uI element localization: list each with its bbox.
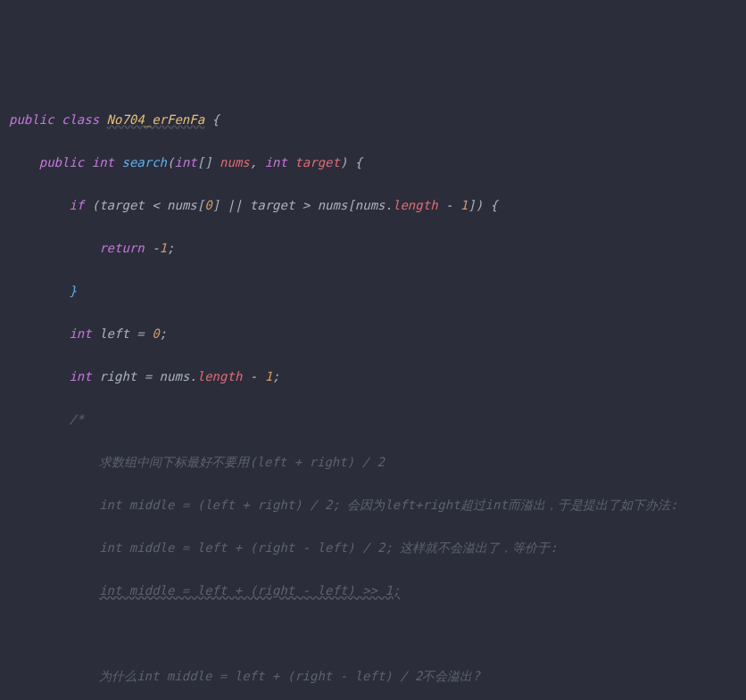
punct: ( xyxy=(92,198,99,212)
param: target xyxy=(294,155,340,169)
op: < xyxy=(145,198,167,212)
type: int xyxy=(265,155,295,169)
number: 0 xyxy=(204,198,211,212)
punct: ; xyxy=(167,241,174,255)
punct: . xyxy=(385,198,393,212)
var: nums xyxy=(160,369,190,383)
var: target xyxy=(250,198,295,212)
property: length xyxy=(393,198,438,212)
bracket: [ xyxy=(347,198,354,212)
type: int xyxy=(69,369,99,383)
comment: int middle = left + (right - left) >> 1; xyxy=(99,583,400,597)
keyword: public xyxy=(39,155,92,169)
code-line[interactable]: 求数组中间下标最好不要用(left + right) / 2 xyxy=(9,451,746,473)
punct: . xyxy=(189,369,196,383)
method-name: search xyxy=(121,155,167,169)
var: nums xyxy=(318,198,348,212)
brace: { xyxy=(204,112,220,127)
number: 0 xyxy=(152,326,159,341)
op: - xyxy=(152,241,159,255)
keyword: return xyxy=(99,241,152,255)
comment: 为什么int middle = left + (right - left) / … xyxy=(99,669,480,683)
keyword: if xyxy=(69,198,91,212)
code-line[interactable]: int middle = left + (right - left) / 2; … xyxy=(9,537,746,558)
op: = xyxy=(129,326,152,341)
punct: ; xyxy=(160,326,167,341)
var: left xyxy=(99,326,129,341)
code-line[interactable]: 为什么int middle = left + (right - left) / … xyxy=(9,665,746,687)
op: > xyxy=(294,198,317,212)
bracket: [ xyxy=(197,198,204,212)
punct: ] || xyxy=(212,198,250,212)
var: target xyxy=(99,198,145,212)
code-editor[interactable]: public class No704_erFenFa { public int … xyxy=(0,86,746,700)
var: nums xyxy=(355,198,385,212)
code-line[interactable]: public int search(int[] nums, int target… xyxy=(9,152,746,173)
code-line[interactable]: /* xyxy=(9,408,746,430)
type: int xyxy=(69,326,99,341)
var: right xyxy=(99,369,137,383)
property: length xyxy=(197,369,243,383)
comment: int middle = left + (right - left) / 2; … xyxy=(99,540,558,555)
code-line[interactable]: } xyxy=(9,280,746,301)
class-name: No704_erFenFa xyxy=(107,112,205,127)
code-line[interactable]: int left = 0; xyxy=(9,323,746,344)
number: 1 xyxy=(265,369,272,383)
param: nums xyxy=(220,155,250,169)
code-line[interactable]: int middle = left + (right - left) >> 1; xyxy=(9,580,746,601)
punct: [] xyxy=(197,155,220,169)
code-line[interactable]: int right = nums.length - 1; xyxy=(9,366,746,387)
brace: } xyxy=(69,284,76,298)
keyword: public class xyxy=(9,112,107,127)
code-line[interactable] xyxy=(9,622,746,644)
punct: ; xyxy=(272,369,279,383)
type: int xyxy=(174,155,196,169)
comment: 求数组中间下标最好不要用(left + right) / 2 xyxy=(99,455,385,469)
punct: , xyxy=(250,155,265,169)
code-line[interactable]: if (target < nums[0] || target > nums[nu… xyxy=(9,194,746,216)
op: = xyxy=(137,369,159,383)
op: - xyxy=(242,369,264,383)
code-line[interactable]: return -1; xyxy=(9,237,746,259)
var: nums xyxy=(167,198,197,212)
punct: ) { xyxy=(340,155,362,169)
comment: /* xyxy=(69,412,84,426)
type: int xyxy=(92,155,122,169)
number: 1 xyxy=(160,241,167,255)
op: - xyxy=(438,198,460,212)
comment: int middle = (left + right) / 2; 会因为left… xyxy=(99,498,677,512)
code-line[interactable]: public class No704_erFenFa { xyxy=(9,109,746,130)
code-line[interactable]: int middle = (left + right) / 2; 会因为left… xyxy=(9,494,746,515)
punct: ]) { xyxy=(468,198,498,212)
